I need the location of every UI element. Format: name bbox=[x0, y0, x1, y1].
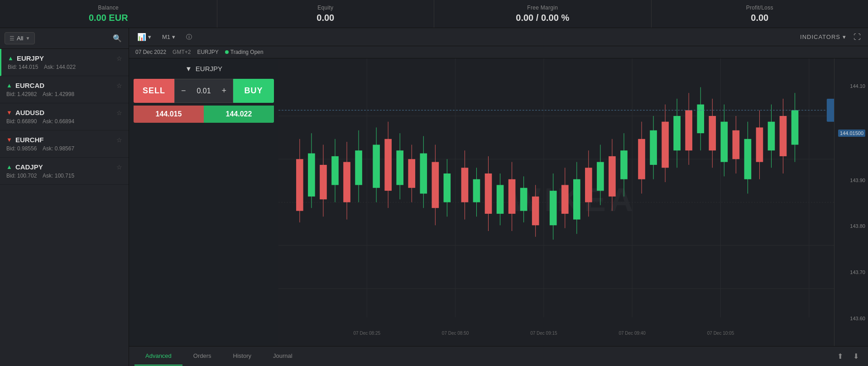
chart-date: 07 Dec 2022 bbox=[135, 49, 166, 55]
info-button[interactable]: ⓘ bbox=[183, 31, 195, 43]
fullscreen-icon: ⛶ bbox=[854, 33, 861, 41]
instrument-item-eurchf[interactable]: ▼ EURCHF ☆ Bid: 0.98556 Ask: 0.98567 bbox=[0, 130, 129, 158]
star-icon-eurchf[interactable]: ☆ bbox=[116, 136, 122, 144]
chart-area: ▼ EURJPY SELL − 0.01 + BUY 144.015 144.0… bbox=[129, 58, 868, 346]
tab-collapse-button[interactable]: ⬇ bbox=[849, 350, 863, 362]
price-scale: 144.10 144.01500 143.90 143.80 143.70 14… bbox=[834, 58, 868, 346]
price-tick-current: 144.01500 bbox=[838, 130, 865, 137]
indicators-button[interactable]: INDICATORS ▾ bbox=[800, 34, 846, 40]
trade-panel: ▼ EURJPY SELL − 0.01 + BUY 144.015 144.0… bbox=[129, 58, 278, 346]
candlestick-icon: 📊 bbox=[137, 33, 146, 41]
star-icon-eurjpy[interactable]: ☆ bbox=[116, 55, 122, 62]
tab-expand-button[interactable]: ⬆ bbox=[834, 350, 847, 362]
timeframe-label: M1 bbox=[162, 34, 170, 40]
trend-up-icon-cadjpy: ▲ bbox=[6, 164, 12, 170]
search-icon: 🔍 bbox=[113, 34, 122, 42]
trend-up-icon: ▲ bbox=[8, 55, 14, 62]
trade-buttons-row: SELL − 0.01 + BUY bbox=[134, 79, 274, 103]
instrument-item-audusd[interactable]: ▼ AUDUSD ☆ Bid: 0.66890 Ask: 0.66894 bbox=[0, 103, 129, 130]
trade-symbol-row: ▼ EURJPY bbox=[185, 65, 222, 72]
sidebar: ☰ All ▼ 🔍 ▲ EURJPY ☆ Bid: 144.015 bbox=[0, 28, 129, 366]
trend-down-icon-audusd: ▼ bbox=[6, 109, 12, 116]
svg-text:07 Dec 10:05: 07 Dec 10:05 bbox=[707, 331, 734, 336]
price-tick-5: 143.60 bbox=[850, 316, 865, 321]
instrument-name-eurjpy: ▲ EURJPY bbox=[8, 54, 44, 62]
buy-button[interactable]: BUY bbox=[233, 79, 274, 103]
equity-value: 0.00 bbox=[317, 13, 334, 23]
instrument-item-eurjpy[interactable]: ▲ EURJPY ☆ Bid: 144.015 Ask: 144.022 bbox=[0, 49, 129, 76]
lot-decrease-button[interactable]: − bbox=[175, 80, 192, 102]
filter-button[interactable]: ☰ All ▼ bbox=[5, 32, 35, 44]
timeframe-chevron: ▾ bbox=[172, 34, 175, 40]
lot-increase-button[interactable]: + bbox=[216, 80, 233, 102]
sidebar-toolbar: ☰ All ▼ 🔍 bbox=[0, 28, 129, 49]
instrument-name-audusd: ▼ AUDUSD bbox=[6, 109, 44, 116]
profit-loss-label: Profit/Loss bbox=[746, 5, 773, 11]
chart-info-bar: 07 Dec 2022 GMT+2 EURJPY Trading Open bbox=[129, 46, 868, 58]
equity-section: Equity 0.00 bbox=[217, 0, 435, 28]
star-icon-audusd[interactable]: ☆ bbox=[116, 109, 122, 116]
sell-button[interactable]: SELL bbox=[134, 79, 174, 103]
buy-price: 144.022 bbox=[204, 106, 274, 123]
tab-advanced[interactable]: Advanced bbox=[134, 347, 182, 366]
instrument-list: ▲ EURJPY ☆ Bid: 144.015 Ask: 144.022 ▲ E… bbox=[0, 49, 129, 366]
free-margin-section: Free Margin 0.00 / 0.00 % bbox=[434, 0, 652, 28]
chart-type-button[interactable]: 📊 ▾ bbox=[134, 31, 154, 43]
balance-label: Balance bbox=[98, 5, 119, 11]
indicators-chevron: ▾ bbox=[843, 34, 846, 40]
star-icon-eurcad[interactable]: ☆ bbox=[116, 82, 122, 89]
tab-history[interactable]: History bbox=[222, 347, 262, 366]
instrument-name-cadjpy: ▲ CADJPY bbox=[6, 163, 43, 171]
tab-journal[interactable]: Journal bbox=[262, 347, 303, 366]
tab-orders[interactable]: Orders bbox=[182, 347, 222, 366]
trade-chevron-down-icon: ▼ bbox=[185, 65, 192, 72]
trading-status: Trading Open bbox=[225, 49, 264, 55]
instrument-prices-cadjpy: Bid: 100.702 Ask: 100.715 bbox=[6, 173, 122, 179]
svg-text:07 Dec 09:15: 07 Dec 09:15 bbox=[530, 331, 557, 336]
lot-control: − 0.01 + bbox=[174, 79, 233, 103]
fullscreen-button[interactable]: ⛶ bbox=[852, 31, 863, 43]
right-panel: 📊 ▾ M1 ▾ ⓘ INDICATORS ▾ ⛶ 07 Dec 2022 GM… bbox=[129, 28, 868, 366]
instrument-name-eurcad: ▲ EURCAD bbox=[6, 82, 44, 89]
equity-label: Equity bbox=[317, 5, 333, 11]
timeframe-button[interactable]: M1 ▾ bbox=[159, 32, 178, 42]
filter-label: All bbox=[17, 35, 23, 42]
free-margin-value: 0.00 / 0.00 % bbox=[516, 13, 569, 23]
instrument-item-eurcad[interactable]: ▲ EURCAD ☆ Bid: 1.42982 Ask: 1.42998 bbox=[0, 76, 129, 103]
chart-gmt: GMT+2 bbox=[173, 49, 191, 55]
price-tick-4: 143.70 bbox=[850, 270, 865, 275]
sell-price: 144.015 bbox=[134, 106, 204, 123]
balance-section: Balance 0.00 EUR bbox=[0, 0, 217, 28]
main-layout: ☰ All ▼ 🔍 ▲ EURJPY ☆ Bid: 144.015 bbox=[0, 28, 868, 366]
chart-svg: WIKEA bbox=[278, 58, 868, 346]
instrument-name-eurchf: ▼ EURCHF bbox=[6, 136, 43, 144]
trading-open-dot bbox=[225, 50, 229, 54]
price-tick-1: 144.10 bbox=[850, 83, 865, 89]
info-icon: ⓘ bbox=[186, 33, 192, 41]
instrument-prices-audusd: Bid: 0.66890 Ask: 0.66894 bbox=[6, 118, 122, 125]
filter-chevron-icon: ▼ bbox=[25, 36, 30, 41]
balance-value: 0.00 EUR bbox=[89, 13, 128, 23]
price-row: 144.015 144.022 bbox=[134, 106, 274, 123]
svg-text:07 Dec 09:40: 07 Dec 09:40 bbox=[619, 331, 646, 336]
svg-text:07 Dec 08:25: 07 Dec 08:25 bbox=[354, 331, 381, 336]
chart-canvas: WIKEA bbox=[278, 58, 868, 346]
instrument-prices-eurjpy: Bid: 144.015 Ask: 144.022 bbox=[8, 64, 122, 70]
chart-toolbar: 📊 ▾ M1 ▾ ⓘ INDICATORS ▾ ⛶ bbox=[129, 28, 868, 46]
top-header: Balance 0.00 EUR Equity 0.00 Free Margin… bbox=[0, 0, 868, 28]
trend-up-icon-eurcad: ▲ bbox=[6, 82, 12, 89]
search-button[interactable]: 🔍 bbox=[110, 32, 124, 45]
svg-text:07 Dec 08:50: 07 Dec 08:50 bbox=[442, 331, 469, 336]
instrument-item-cadjpy[interactable]: ▲ CADJPY ☆ Bid: 100.702 Ask: 100.715 bbox=[0, 158, 129, 185]
trade-symbol: EURJPY bbox=[196, 65, 222, 72]
trend-down-icon-eurchf: ▼ bbox=[6, 136, 12, 143]
lot-value: 0.01 bbox=[192, 87, 215, 95]
indicators-label: INDICATORS bbox=[800, 34, 840, 40]
instrument-prices-eurchf: Bid: 0.98556 Ask: 0.98567 bbox=[6, 145, 122, 152]
filter-icon: ☰ bbox=[10, 35, 14, 42]
price-tick-2: 143.90 bbox=[850, 178, 865, 183]
star-icon-cadjpy[interactable]: ☆ bbox=[116, 164, 122, 171]
bottom-tabs: Advanced Orders History Journal ⬆ ⬇ bbox=[129, 346, 868, 366]
free-margin-label: Free Margin bbox=[527, 5, 558, 11]
price-tick-3: 143.80 bbox=[850, 223, 865, 229]
